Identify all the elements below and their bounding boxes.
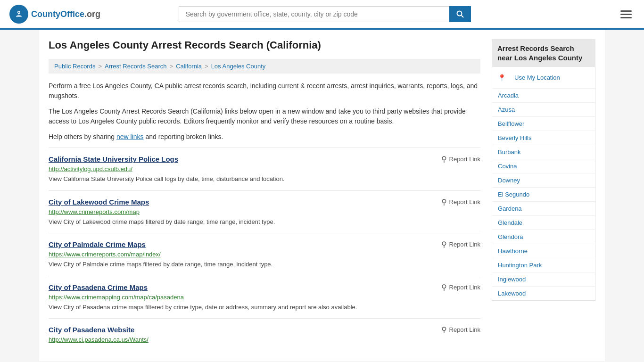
sidebar-city-link[interactable]: Covina	[492, 159, 595, 173]
report-link-button[interactable]: ⚲ Report Link	[441, 197, 480, 206]
breadcrumb-sep-3: >	[205, 63, 208, 70]
logo-text: CountyOffice.org	[31, 9, 100, 19]
content-area: Los Angeles County Arrest Records Search…	[49, 39, 480, 352]
use-location-link[interactable]: Use My Location	[509, 71, 566, 84]
sidebar-city-link[interactable]: Downey	[492, 173, 595, 187]
report-label: Report Link	[449, 326, 480, 333]
report-label: Report Link	[449, 198, 480, 206]
report-icon: ⚲	[441, 283, 447, 292]
report-link-button[interactable]: ⚲ Report Link	[441, 240, 480, 249]
link-item: California State University Police Logs …	[49, 148, 480, 190]
sidebar-city-link[interactable]: Burbank	[492, 145, 595, 159]
svg-line-3	[461, 16, 463, 18]
sidebar-city-link[interactable]: Inglewood	[492, 272, 595, 286]
report-icon: ⚲	[441, 197, 447, 206]
sidebar-city-link[interactable]: El Segundo	[492, 188, 595, 201]
report-label: Report Link	[449, 284, 480, 291]
sidebar-header: Arrest Records Search near Los Angeles C…	[492, 39, 595, 67]
breadcrumb-sep-2: >	[170, 63, 173, 70]
main-container: Los Angeles County Arrest Records Search…	[39, 30, 605, 361]
report-label: Report Link	[449, 156, 480, 163]
use-location-item[interactable]: 📍 Use My Location	[492, 67, 595, 89]
sidebar: Arrest Records Search near Los Angeles C…	[492, 39, 595, 352]
sidebar-city-item[interactable]: Glendora	[492, 230, 595, 244]
link-title[interactable]: City of Lakewood Crime Maps	[49, 198, 149, 206]
sidebar-city-link[interactable]: Lakewood	[492, 287, 595, 300]
location-pin-icon: 📍	[498, 74, 506, 82]
sidebar-city-link[interactable]: Bellflower	[492, 117, 595, 131]
sidebar-city-link[interactable]: Glendora	[492, 230, 595, 244]
sidebar-city-link[interactable]: Hawthorne	[492, 244, 595, 258]
link-title[interactable]: City of Pasadena Website	[49, 326, 134, 334]
sidebar-city-item[interactable]: Inglewood	[492, 272, 595, 287]
description-2: The Los Angeles County Arrest Records Se…	[49, 107, 480, 126]
report-icon: ⚲	[441, 240, 447, 249]
links-list: California State University Police Logs …	[49, 148, 480, 352]
sidebar-city-item[interactable]: Gardena	[492, 202, 595, 216]
report-icon: ⚲	[441, 155, 447, 164]
description-3: Help others by sharing new links and rep…	[49, 132, 480, 142]
sidebar-city-item[interactable]: Covina	[492, 159, 595, 173]
sidebar-nearby-list: 📍 Use My Location ArcadiaAzusaBellflower…	[492, 67, 595, 301]
page-title: Los Angeles County Arrest Records Search…	[49, 39, 480, 51]
svg-point-2	[457, 11, 462, 16]
link-item: City of Palmdale Crime Maps ⚲ Report Lin…	[49, 233, 480, 276]
breadcrumb-arrest-records[interactable]: Arrest Records Search	[105, 63, 167, 70]
link-url[interactable]: http://www.crimereports.com/map	[49, 208, 480, 215]
sidebar-city-link[interactable]: Arcadia	[492, 89, 595, 102]
menu-button[interactable]	[618, 8, 635, 21]
sidebar-city-item[interactable]: El Segundo	[492, 188, 595, 202]
sidebar-city-link[interactable]: Azusa	[492, 103, 595, 116]
search-bar	[179, 6, 471, 22]
logo[interactable]: CountyOffice.org	[9, 5, 100, 24]
report-link-button[interactable]: ⚲ Report Link	[441, 283, 480, 292]
report-link-button[interactable]: ⚲ Report Link	[441, 325, 480, 334]
link-title[interactable]: City of Palmdale Crime Maps	[49, 240, 146, 248]
logo-icon	[9, 5, 28, 24]
new-links-link[interactable]: new links	[116, 133, 144, 140]
sidebar-city-item[interactable]: Azusa	[492, 103, 595, 117]
description-1: Perform a free Los Angeles County, CA pu…	[49, 81, 480, 101]
link-url[interactable]: http://activitylog.upd.csulb.edu/	[49, 165, 480, 173]
report-label: Report Link	[449, 241, 480, 248]
sidebar-city-link[interactable]: Glendale	[492, 216, 595, 230]
sidebar-city-item[interactable]: Lakewood	[492, 287, 595, 300]
report-icon: ⚲	[441, 325, 447, 334]
link-url[interactable]: https://www.crimereports.com/map/index/	[49, 251, 480, 258]
search-input[interactable]	[179, 6, 449, 22]
link-title[interactable]: California State University Police Logs	[49, 155, 178, 163]
link-desc: View City of Palmdale crime maps filtere…	[49, 260, 480, 269]
link-title[interactable]: City of Pasadena Crime Maps	[49, 283, 148, 291]
sidebar-city-item[interactable]: Downey	[492, 173, 595, 188]
sidebar-city-item[interactable]: Bellflower	[492, 117, 595, 131]
link-desc: View City of Pasadena crime maps filtere…	[49, 303, 480, 312]
link-item: City of Pasadena Crime Maps ⚲ Report Lin…	[49, 276, 480, 319]
sidebar-city-link[interactable]: Gardena	[492, 202, 595, 215]
link-desc: View City of Lakewood crime maps filtere…	[49, 217, 480, 227]
breadcrumb-los-angeles[interactable]: Los Angeles County	[211, 63, 266, 70]
breadcrumb: Public Records > Arrest Records Search >…	[49, 59, 480, 74]
breadcrumb-california[interactable]: California	[176, 63, 202, 70]
link-url[interactable]: http://www.ci.pasadena.ca.us/Wants/	[49, 336, 480, 343]
breadcrumb-public-records[interactable]: Public Records	[54, 63, 95, 70]
sidebar-city-item[interactable]: Huntington Park	[492, 258, 595, 272]
sidebar-city-link[interactable]: Beverly Hills	[492, 131, 595, 145]
report-link-button[interactable]: ⚲ Report Link	[441, 155, 480, 164]
link-url[interactable]: https://www.crimemapping.com/map/ca/pasa…	[49, 294, 480, 301]
sidebar-city-item[interactable]: Glendale	[492, 216, 595, 230]
sidebar-city-link[interactable]: Huntington Park	[492, 258, 595, 272]
search-button[interactable]	[449, 6, 471, 22]
link-item: City of Pasadena Website ⚲ Report Link h…	[49, 318, 480, 352]
svg-point-1	[18, 12, 20, 13]
sidebar-city-item[interactable]: Hawthorne	[492, 244, 595, 258]
breadcrumb-sep-1: >	[98, 63, 102, 70]
link-item: City of Lakewood Crime Maps ⚲ Report Lin…	[49, 190, 480, 233]
link-desc: View California State University Police …	[49, 174, 480, 184]
sidebar-city-item[interactable]: Burbank	[492, 145, 595, 159]
sidebar-city-item[interactable]: Arcadia	[492, 89, 595, 103]
sidebar-city-item[interactable]: Beverly Hills	[492, 131, 595, 145]
